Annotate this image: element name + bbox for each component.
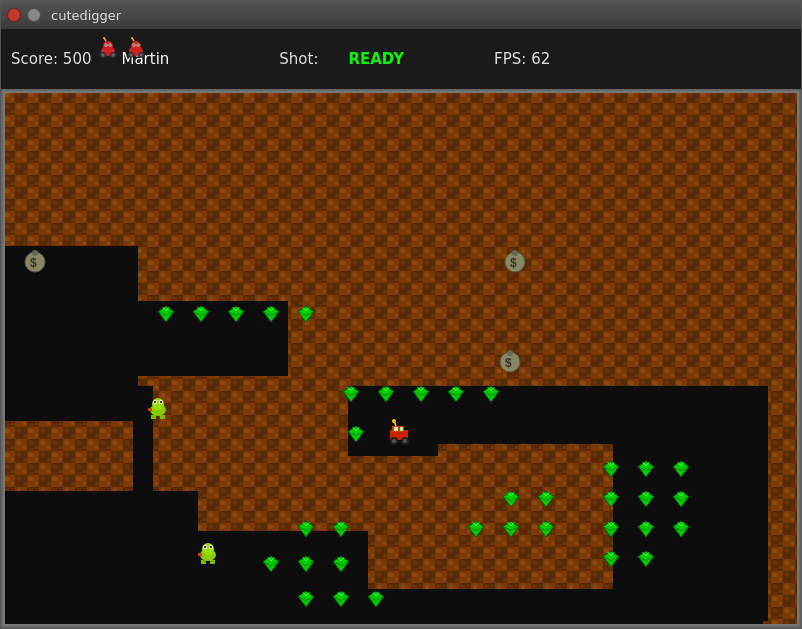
svg-point-16 [133,44,135,46]
life-icon-2 [124,37,148,61]
svg-point-9 [112,54,115,57]
window-title: cutedigger [51,8,121,23]
app-window: cutedigger Score: 500 Martin [0,0,802,629]
svg-point-23 [131,37,133,39]
life-icon-1 [96,37,120,61]
svg-point-11 [103,37,105,39]
svg-point-20 [130,54,133,57]
svg-point-1 [103,41,113,51]
hud-bar: Score: 500 Martin [1,29,801,89]
lives-area [96,37,148,61]
svg-point-5 [109,44,111,46]
fps-display: FPS: 62 [494,50,550,68]
game-area[interactable] [1,89,801,628]
svg-point-21 [140,54,143,57]
shot-label: Shot: [279,50,318,68]
close-button[interactable] [7,8,21,22]
svg-point-13 [131,41,141,51]
minimize-button[interactable] [27,8,41,22]
score-display: Score: 500 [11,50,91,68]
svg-point-17 [137,44,139,46]
svg-point-4 [105,44,107,46]
svg-point-8 [102,54,105,57]
titlebar: cutedigger [1,1,801,29]
shot-value: READY [348,50,404,68]
